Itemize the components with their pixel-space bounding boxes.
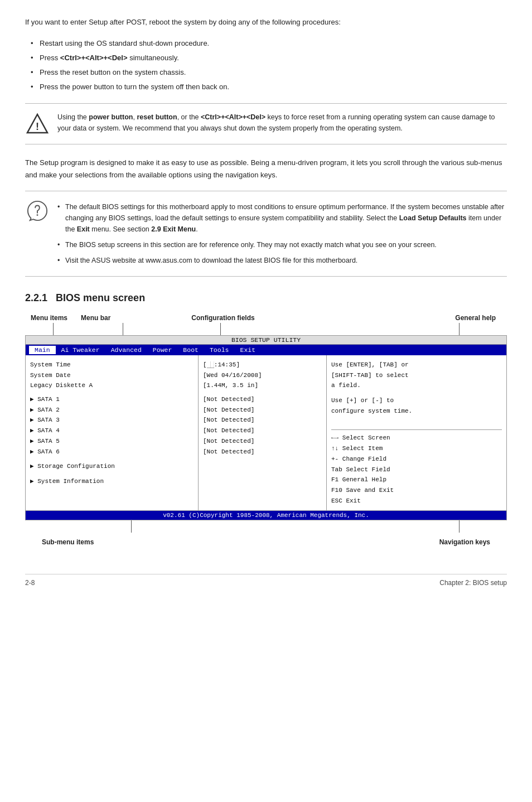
- label-general-help: General help: [455, 314, 496, 322]
- bios-help-line3: a field.: [331, 380, 502, 391]
- bios-terminal: BIOS SETUP UTILITY Main Ai Tweaker Advan…: [25, 335, 507, 520]
- bios-nav-select-screen: ←→ Select Screen: [331, 433, 502, 443]
- bios-val-date: [Wed 04/16/2008]: [203, 370, 322, 381]
- diagram-labels-bottom: Sub-menu items Navigation keys: [25, 538, 507, 546]
- bios-help-line5: configure system time.: [331, 406, 502, 417]
- bios-item-sata4: ▶ SATA 4: [30, 426, 194, 436]
- label-menu-bar: Menu bar: [81, 314, 153, 322]
- bios-menu-bar: Main Ai Tweaker Advanced Power Boot Tool…: [26, 345, 506, 355]
- bios-item-sata2: ▶ SATA 2: [30, 405, 194, 416]
- svg-point-2: [37, 214, 38, 216]
- note-item-3: Visit the ASUS website at www.asus.com t…: [57, 253, 507, 268]
- bios-tab-tools[interactable]: Tools: [204, 346, 235, 354]
- bios-val-sata6: [Not Detected]: [203, 447, 322, 457]
- label-menu-items: Menu items: [31, 314, 81, 322]
- bios-val-sata5: [Not Detected]: [203, 436, 322, 447]
- bullet-2: Press <Ctrl>+<Alt>+<Del> simultaneously.: [31, 51, 507, 65]
- bios-body: System Time System Date Legacy Diskette …: [26, 355, 506, 510]
- chapter-label: Chapter 2: BIOS setup: [439, 579, 507, 587]
- bios-diagram: Menu items Menu bar Configuration fields…: [25, 314, 507, 546]
- warning-text: Using the power button, reset button, or…: [57, 112, 507, 134]
- bullet-4: Press the power button to turn the syste…: [31, 80, 507, 94]
- bios-help-line2: [SHIFT-TAB] to select: [331, 370, 502, 381]
- bios-tab-exit[interactable]: Exit: [234, 346, 261, 354]
- warning-icon: !: [25, 112, 50, 136]
- bios-item-sata3: ▶ SATA 3: [30, 415, 194, 426]
- note-box: The default BIOS settings for this mothe…: [25, 191, 507, 277]
- bios-nav-f1: F1 General Help: [331, 475, 502, 485]
- bios-right-panel: Use [ENTER], [TAB] or [SHIFT-TAB] to sel…: [327, 355, 506, 510]
- bios-item-sata1: ▶ SATA 1: [30, 394, 194, 405]
- intro-paragraph: If you want to enter Setup after POST, r…: [25, 17, 507, 28]
- bios-nav-select-item: ↑↓ Select Item: [331, 443, 502, 454]
- section-number: 2.2.1: [25, 292, 47, 303]
- note-icon: [25, 199, 50, 227]
- bios-nav-change-field: +- Change Field: [331, 454, 502, 465]
- note-content: The default BIOS settings for this mothe…: [57, 199, 507, 268]
- bios-item-system-info: ▶ System Information: [30, 476, 194, 487]
- bios-left-panel: System Time System Date Legacy Diskette …: [26, 355, 199, 510]
- bios-footer: v02.61 (C)Copyright 1985-2008, American …: [26, 510, 506, 520]
- bios-tab-power[interactable]: Power: [147, 346, 178, 354]
- bios-nav-keys: ←→ Select Screen ↑↓ Select Item +- Chang…: [331, 429, 502, 506]
- bios-nav-f10: F10 Save and Exit: [331, 485, 502, 496]
- bios-title-bar: BIOS SETUP UTILITY: [26, 336, 506, 345]
- warning-box: ! Using the power button, reset button, …: [25, 103, 507, 144]
- note-item-1: The default BIOS settings for this mothe…: [57, 199, 507, 237]
- bios-help-line4: Use [+] or [-] to: [331, 395, 502, 406]
- bios-tab-advanced[interactable]: Advanced: [105, 346, 147, 354]
- bios-nav-select-field: Tab Select Field: [331, 465, 502, 475]
- label-sub-menu-items: Sub-menu items: [42, 538, 94, 546]
- bios-val-sata2: [Not Detected]: [203, 405, 322, 416]
- bios-item-storage-config: ▶ Storage Configuration: [30, 461, 194, 472]
- bios-center-panel: [██:14:35] [Wed 04/16/2008] [1.44M, 3.5 …: [199, 355, 327, 510]
- intro-bullets: Restart using the OS standard shut-down …: [25, 36, 507, 94]
- bios-tab-main[interactable]: Main: [29, 346, 56, 354]
- bios-val-sata4: [Not Detected]: [203, 426, 322, 436]
- bios-nav-esc: ESC Exit: [331, 496, 502, 506]
- bios-tab-ai-tweaker[interactable]: Ai Tweaker: [56, 346, 105, 354]
- section-title: BIOS menu screen: [56, 292, 145, 303]
- bios-help-line1: Use [ENTER], [TAB] or: [331, 360, 502, 370]
- bios-item-system-time: System Time: [30, 360, 194, 370]
- bios-item-legacy-diskette: Legacy Diskette A: [30, 380, 194, 391]
- page-footer: 2-8 Chapter 2: BIOS setup: [25, 574, 507, 587]
- page-number: 2-8: [25, 579, 35, 587]
- label-nav-keys: Navigation keys: [439, 538, 490, 546]
- note-item-2: The BIOS setup screens in this section a…: [57, 237, 507, 253]
- bios-item-system-date: System Date: [30, 370, 194, 381]
- bullet-3: Press the reset button on the system cha…: [31, 65, 507, 80]
- bios-val-diskette: [1.44M, 3.5 in]: [203, 380, 322, 391]
- bullet-1: Restart using the OS standard shut-down …: [31, 36, 507, 51]
- bios-tab-boot[interactable]: Boot: [177, 346, 204, 354]
- body-paragraph: The Setup program is designed to make it…: [25, 157, 507, 181]
- section-heading: 2.2.1 BIOS menu screen: [25, 292, 507, 304]
- bios-item-sata5: ▶ SATA 5: [30, 436, 194, 447]
- bios-val-sata1: [Not Detected]: [203, 394, 322, 405]
- bios-val-time: [██:14:35]: [203, 360, 322, 370]
- svg-text:!: !: [36, 121, 39, 132]
- label-config-fields: Configuration fields: [153, 314, 293, 322]
- bios-item-sata6: ▶ SATA 6: [30, 447, 194, 457]
- bios-val-sata3: [Not Detected]: [203, 415, 322, 426]
